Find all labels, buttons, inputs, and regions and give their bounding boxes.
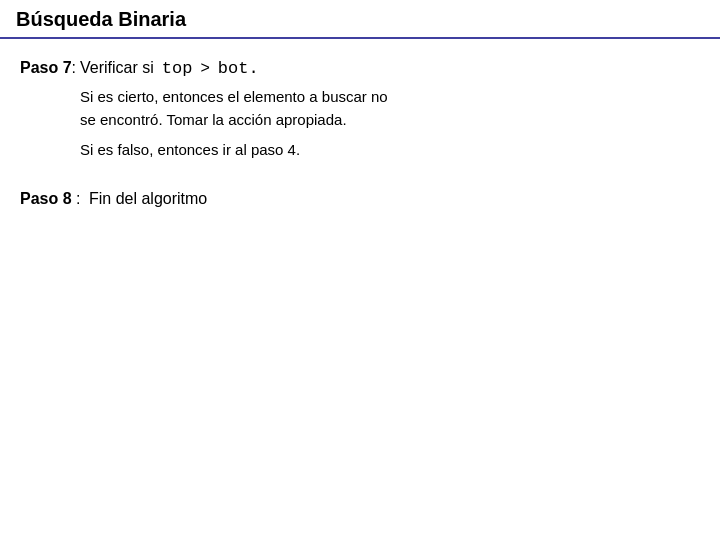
- page-title: Búsqueda Binaria: [16, 8, 186, 30]
- paso7-code-top: top: [162, 59, 193, 78]
- paso7-label: Paso 7: [20, 59, 72, 77]
- paso8-text: Fin del algoritmo: [89, 190, 207, 207]
- paso7-block: Paso 7 : Verificar si top > bot. Si es c…: [20, 59, 700, 162]
- paso7-text1-line1: Si es cierto, entonces el elemento a bus…: [80, 88, 388, 105]
- paso7-indent: Si es cierto, entonces el elemento a bus…: [80, 86, 700, 162]
- paso7-code-bot: bot.: [218, 59, 259, 78]
- content-area: Paso 7 : Verificar si top > bot. Si es c…: [0, 39, 720, 256]
- paso7-text1-line2: se encontró. Tomar la acción apropiada.: [80, 111, 347, 128]
- paso7-colon: :: [72, 59, 76, 77]
- paso7-text1: Si es cierto, entonces el elemento a bus…: [80, 86, 700, 131]
- paso8-block: Paso 8 : Fin del algoritmo: [20, 190, 700, 208]
- paso8-heading: Paso 8 : Fin del algoritmo: [20, 190, 700, 208]
- paso7-text2: Si es falso, entonces ir al paso 4.: [80, 139, 700, 162]
- page-container: Búsqueda Binaria Paso 7 : Verificar si t…: [0, 0, 720, 540]
- paso7-heading: Paso 7 : Verificar si top > bot.: [20, 59, 700, 78]
- paso7-operator: >: [200, 59, 209, 77]
- paso7-intro: Verificar si: [80, 59, 154, 77]
- paso8-label: Paso 8: [20, 190, 72, 207]
- title-bar: Búsqueda Binaria: [0, 0, 720, 39]
- paso8-colon: :: [76, 190, 80, 207]
